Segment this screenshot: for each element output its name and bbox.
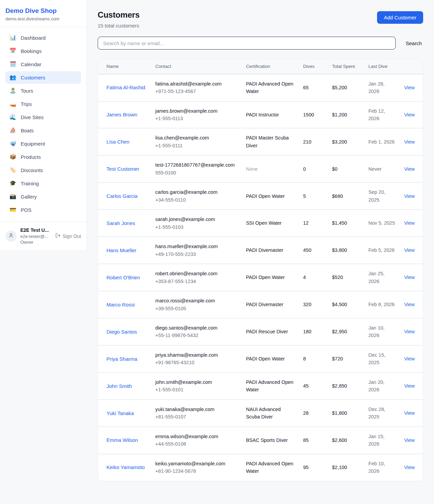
- sidebar-item-customers[interactable]: 👥 Customers: [5, 71, 81, 84]
- customer-dives: 45: [299, 372, 328, 399]
- sidebar-item-products[interactable]: 📦 Products: [5, 151, 81, 163]
- customer-name-link[interactable]: Marco Rossi: [106, 302, 135, 307]
- sidebar-item-training[interactable]: 🎓 Training: [5, 177, 81, 190]
- column-header-actions: [400, 59, 423, 74]
- customer-name-link[interactable]: Keiko Yamamoto: [106, 464, 145, 470]
- search-input[interactable]: [98, 37, 396, 50]
- sidebar-item-gallery[interactable]: 📸 Gallery: [5, 190, 81, 203]
- customer-certification: PADI Advanced Open Water: [242, 454, 299, 481]
- customer-total-spent: $5,200: [328, 74, 364, 101]
- table-row: Hans Mueller hans.mueller@example.com +4…: [98, 237, 423, 264]
- view-link[interactable]: View: [404, 356, 415, 361]
- customer-last-dive: Dec 28, 2025: [364, 399, 400, 427]
- customer-name-link[interactable]: Emma Wilson: [106, 437, 138, 443]
- customer-email: priya.sharma@example.com: [155, 351, 238, 359]
- sidebar-item-bookings[interactable]: 📅 Bookings: [5, 45, 81, 57]
- customer-phone: +353-87-555-1234: [155, 278, 238, 285]
- customer-name-link[interactable]: Priya Sharma: [106, 356, 137, 362]
- customer-contact: robert.obrien@example.com +353-87-555-12…: [151, 264, 242, 291]
- search-button[interactable]: Search: [404, 40, 423, 46]
- customer-name-link[interactable]: Robert O'Brien: [106, 275, 140, 280]
- customer-last-dive: Nov 5, 2025: [364, 210, 400, 237]
- sign-out-button[interactable]: Sign Out: [55, 233, 81, 239]
- view-link[interactable]: View: [404, 383, 415, 389]
- customer-name-link[interactable]: Test Customer: [106, 166, 139, 172]
- customer-name-link[interactable]: Lisa Chen: [106, 139, 130, 145]
- table-row: James Brown james.brown@example.com +1-5…: [98, 101, 423, 128]
- customer-name-link[interactable]: Diego Santos: [106, 329, 137, 335]
- column-header-last-dive: Last Dive: [364, 59, 400, 74]
- view-link[interactable]: View: [404, 410, 415, 416]
- sidebar: Demo Dive Shop demo.test.divestreams.com…: [0, 0, 87, 251]
- table-row: Fatima Al-Rashid fatima.alrashid@example…: [98, 74, 423, 101]
- customer-email: yuki.tanaka@example.com: [155, 406, 238, 413]
- customer-dives: 28: [299, 399, 328, 427]
- diving-mask-icon: 🤿: [9, 141, 16, 146]
- customer-name-link[interactable]: Carlos Garcia: [106, 193, 138, 199]
- bar-chart-icon: 📊: [9, 35, 16, 40]
- sidebar-item-equipment[interactable]: 🤿 Equipment: [5, 137, 81, 150]
- view-link[interactable]: View: [404, 465, 415, 470]
- view-link[interactable]: View: [404, 302, 415, 307]
- column-header-certification: Certification: [242, 59, 299, 74]
- sidebar-item-dive-sites[interactable]: 🌊 Dive Sites: [5, 111, 81, 124]
- sidebar-item-label: Training: [21, 181, 39, 186]
- customer-certification: PADI Master Scuba Diver: [242, 128, 299, 155]
- shop-title[interactable]: Demo Dive Shop: [5, 7, 81, 15]
- customer-dives: 210: [299, 128, 328, 155]
- view-link[interactable]: View: [404, 139, 415, 145]
- sidebar-item-discounts[interactable]: 🏷️ Discounts: [5, 164, 81, 176]
- add-customer-button[interactable]: Add Customer: [377, 11, 423, 24]
- customer-phone: +34-555-0110: [155, 196, 238, 204]
- view-link[interactable]: View: [404, 329, 415, 334]
- view-link[interactable]: View: [404, 112, 415, 117]
- view-link[interactable]: View: [404, 275, 415, 280]
- view-link[interactable]: View: [404, 437, 415, 443]
- sidebar-item-dashboard[interactable]: 📊 Dashboard: [5, 32, 81, 44]
- customer-certification: PADI Open Water: [242, 345, 299, 372]
- customer-name-link[interactable]: Yuki Tanaka: [106, 410, 134, 416]
- customer-dives: 65: [299, 74, 328, 101]
- view-link[interactable]: View: [404, 247, 415, 253]
- customer-name-link[interactable]: Hans Mueller: [106, 247, 136, 253]
- customer-certification: PADI Advanced Open Water: [242, 372, 299, 399]
- users-icon: 👥: [9, 75, 16, 80]
- sidebar-item-label: Gallery: [21, 194, 37, 200]
- view-link[interactable]: View: [404, 85, 415, 90]
- customer-phone: +39-555-0105: [155, 305, 238, 312]
- customer-name-link[interactable]: Fatima Al-Rashid: [106, 85, 145, 90]
- customer-name-link[interactable]: Sarah Jones: [106, 220, 135, 226]
- sidebar-item-tours[interactable]: 🏝️ Tours: [5, 85, 81, 97]
- view-link[interactable]: View: [404, 166, 415, 172]
- calendar-date-icon: 📅: [9, 48, 16, 54]
- customer-phone: +1-555-0103: [155, 223, 238, 231]
- customer-last-dive: Jan 10, 2026: [364, 318, 400, 346]
- customer-certification: None: [242, 155, 299, 183]
- sidebar-item-trips[interactable]: 🚤 Trips: [5, 98, 81, 110]
- customer-certification: PADI Divemaster: [242, 237, 299, 264]
- credit-card-icon: 💳: [9, 207, 16, 212]
- customer-name-link[interactable]: John Smith: [106, 383, 132, 389]
- customer-phone: +49-170-555-2233: [155, 250, 238, 258]
- customer-email: hans.mueller@example.com: [155, 243, 238, 250]
- sidebar-item-calendar[interactable]: 🗓️ Calendar: [5, 58, 81, 71]
- sidebar-item-label: Bookings: [21, 48, 42, 54]
- sidebar-item-label: Boats: [21, 128, 34, 133]
- sidebar-item-label: Tours: [21, 88, 33, 94]
- sidebar-user-footer: E2E Test U... e2e-tester@... Owner Sign …: [0, 222, 86, 250]
- user-name: E2E Test U...: [20, 227, 52, 234]
- table-header-row: NameContactCertificationDivesTotal Spent…: [98, 59, 423, 74]
- sidebar-item-boats[interactable]: ⛵ Boats: [5, 124, 81, 137]
- view-link[interactable]: View: [404, 220, 415, 226]
- sidebar-item-label: Discounts: [21, 167, 43, 173]
- customer-email: marco.rossi@example.com: [155, 297, 238, 304]
- customer-contact: carlos.garcia@example.com +34-555-0110: [151, 183, 242, 210]
- customer-name-link[interactable]: James Brown: [106, 112, 137, 117]
- customer-contact: yuki.tanaka@example.com +81-555-0107: [151, 399, 242, 427]
- customer-contact: hans.mueller@example.com +49-170-555-223…: [151, 237, 242, 264]
- sidebar-item-pos[interactable]: 💳 POS: [5, 204, 81, 216]
- table-row: Test Customer test-1772681807767@example…: [98, 155, 423, 183]
- customer-total-spent: $1,200: [328, 101, 364, 128]
- customer-contact: lisa.chen@example.com +1-555-0111: [151, 128, 242, 155]
- view-link[interactable]: View: [404, 193, 415, 199]
